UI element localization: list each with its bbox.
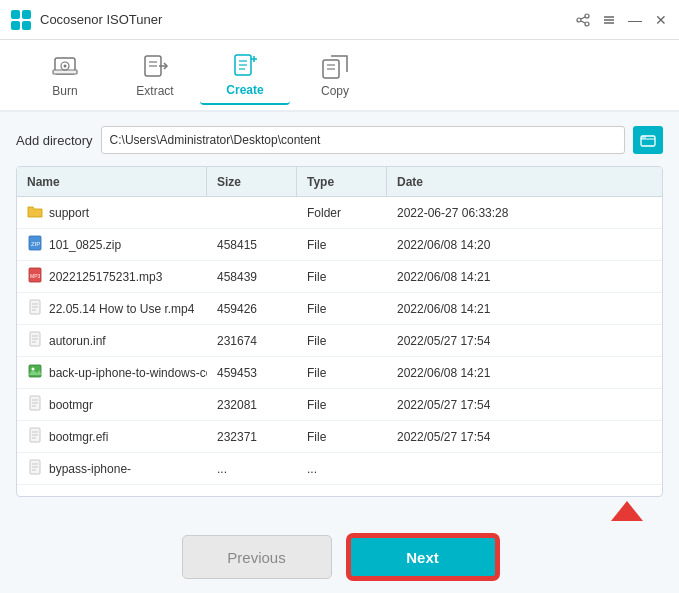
cell-type: File: [297, 366, 387, 380]
table-row[interactable]: bootmgr.efi 232371 File 2022/05/27 17:54: [17, 421, 662, 453]
cell-size: ...: [207, 462, 297, 476]
share-button[interactable]: [575, 12, 591, 28]
table-row[interactable]: back-up-iphone-to-windows-computer.png 4…: [17, 357, 662, 389]
cell-size: 459453: [207, 366, 297, 380]
burn-label: Burn: [52, 84, 77, 98]
table-row[interactable]: 22.05.14 How to Use r.mp4 459426 File 20…: [17, 293, 662, 325]
cell-date: 2022-06-27 06:33:28: [387, 206, 662, 220]
cell-size: 232081: [207, 398, 297, 412]
copy-label: Copy: [321, 84, 349, 98]
table-row[interactable]: MP3 2022125175231.mp3 458439 File 2022/0…: [17, 261, 662, 293]
cell-name: support: [17, 203, 207, 222]
cell-date: 2022/05/27 17:54: [387, 430, 662, 444]
svg-rect-0: [11, 10, 20, 19]
next-button[interactable]: Next: [348, 535, 498, 579]
cell-type: File: [297, 270, 387, 284]
cell-size: 232371: [207, 430, 297, 444]
titlebar: Cocosenor ISOTuner — ✕: [0, 0, 679, 40]
cell-name: bootmgr.efi: [17, 427, 207, 446]
folder-icon: [27, 203, 43, 222]
svg-marker-57: [611, 501, 643, 521]
svg-text:MP3: MP3: [30, 273, 41, 279]
cell-name: bypass-iphone-: [17, 459, 207, 478]
table-row[interactable]: bypass-iphone- ... ...: [17, 453, 662, 485]
file-icon: [27, 459, 43, 478]
cell-name: back-up-iphone-to-windows-computer.png: [17, 363, 207, 382]
column-header-size: Size: [207, 167, 297, 196]
add-directory-input[interactable]: [101, 126, 625, 154]
add-directory-row: Add directory: [16, 126, 663, 154]
cell-size: 458415: [207, 238, 297, 252]
add-directory-label: Add directory: [16, 133, 93, 148]
menu-button[interactable]: [601, 12, 617, 28]
file-icon: [27, 395, 43, 414]
cell-date: 2022/06/08 14:21: [387, 270, 662, 284]
table-row[interactable]: autorun.inf 231674 File 2022/05/27 17:54: [17, 325, 662, 357]
cell-date: 2022/05/27 17:54: [387, 334, 662, 348]
create-icon: [231, 51, 259, 79]
toolbar-item-create[interactable]: Create: [200, 45, 290, 105]
minimize-button[interactable]: —: [627, 12, 643, 28]
cell-date: 2022/06/08 14:21: [387, 366, 662, 380]
app-title: Cocosenor ISOTuner: [40, 12, 575, 27]
svg-rect-1: [22, 10, 31, 19]
cell-name: autorun.inf: [17, 331, 207, 350]
svg-point-15: [64, 65, 67, 68]
svg-point-5: [577, 18, 581, 22]
table-row[interactable]: ZIP 101_0825.zip 458415 File 2022/06/08 …: [17, 229, 662, 261]
file-icon: [27, 427, 43, 446]
cell-name: ZIP 101_0825.zip: [17, 235, 207, 254]
cell-type: File: [297, 334, 387, 348]
arrow-indicator: [16, 501, 663, 521]
close-button[interactable]: ✕: [653, 12, 669, 28]
file-table-body: support Folder 2022-06-27 06:33:28 ZIP 1…: [17, 197, 662, 496]
cell-name: 22.05.14 How to Use r.mp4: [17, 299, 207, 318]
extract-icon: [141, 52, 169, 80]
toolbar-item-extract[interactable]: Extract: [110, 45, 200, 105]
image-icon: [27, 363, 43, 382]
create-label: Create: [226, 83, 263, 97]
cell-type: ...: [297, 462, 387, 476]
cell-type: File: [297, 398, 387, 412]
table-row[interactable]: bootmgr 232081 File 2022/05/27 17:54: [17, 389, 662, 421]
cell-date: 2022/05/27 17:54: [387, 398, 662, 412]
cell-type: File: [297, 302, 387, 316]
cell-type: File: [297, 430, 387, 444]
mp3-icon: MP3: [27, 267, 43, 286]
cell-date: 2022/06/08 14:20: [387, 238, 662, 252]
toolbar-item-burn[interactable]: Burn: [20, 45, 110, 105]
column-header-date: Date: [387, 167, 662, 196]
main-content: Add directory Name Size Type Date suppor…: [0, 112, 679, 593]
toolbar-item-copy[interactable]: Copy: [290, 45, 380, 105]
cell-size: 458439: [207, 270, 297, 284]
previous-button[interactable]: Previous: [182, 535, 332, 579]
extract-label: Extract: [136, 84, 173, 98]
column-header-name: Name: [17, 167, 207, 196]
table-row[interactable]: support Folder 2022-06-27 06:33:28: [17, 197, 662, 229]
svg-text:ZIP: ZIP: [31, 241, 40, 247]
cell-name: MP3 2022125175231.mp3: [17, 267, 207, 286]
file-table-header: Name Size Type Date: [17, 167, 662, 197]
toolbar: Burn Extract Create: [0, 40, 679, 112]
copy-icon: [321, 52, 349, 80]
svg-point-6: [585, 22, 589, 26]
app-logo: [10, 9, 32, 31]
svg-point-4: [585, 14, 589, 18]
svg-rect-3: [22, 21, 31, 30]
window-controls: — ✕: [575, 12, 669, 28]
bottom-bar: Previous Next: [16, 531, 663, 579]
column-header-type: Type: [297, 167, 387, 196]
cell-date: 2022/06/08 14:21: [387, 302, 662, 316]
svg-line-8: [581, 21, 585, 23]
svg-rect-30: [641, 136, 646, 139]
svg-line-7: [581, 17, 585, 19]
file-icon: [27, 299, 43, 318]
cell-type: Folder: [297, 206, 387, 220]
svg-rect-2: [11, 21, 20, 30]
file-icon: [27, 331, 43, 350]
zip-icon: ZIP: [27, 235, 43, 254]
file-table: Name Size Type Date support Folder 2022-…: [16, 166, 663, 497]
browse-button[interactable]: [633, 126, 663, 154]
cell-size: 459426: [207, 302, 297, 316]
burn-icon: [51, 52, 79, 80]
